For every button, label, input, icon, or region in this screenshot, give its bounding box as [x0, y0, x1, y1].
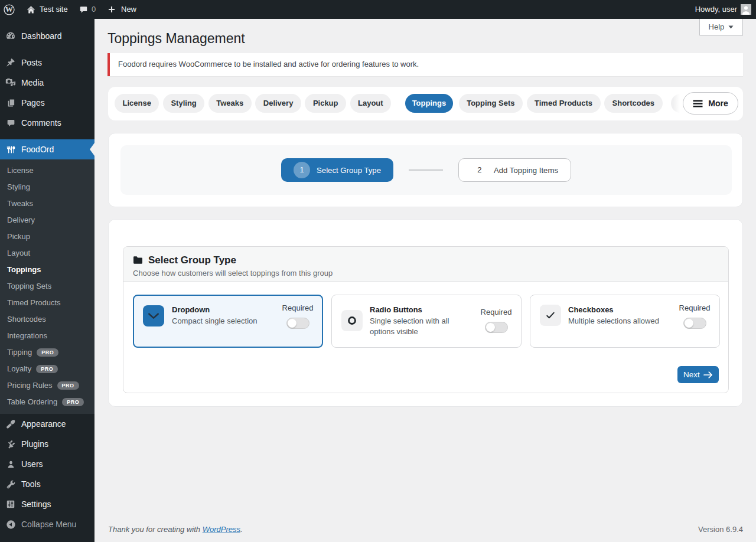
- svg-text:W: W: [5, 5, 13, 14]
